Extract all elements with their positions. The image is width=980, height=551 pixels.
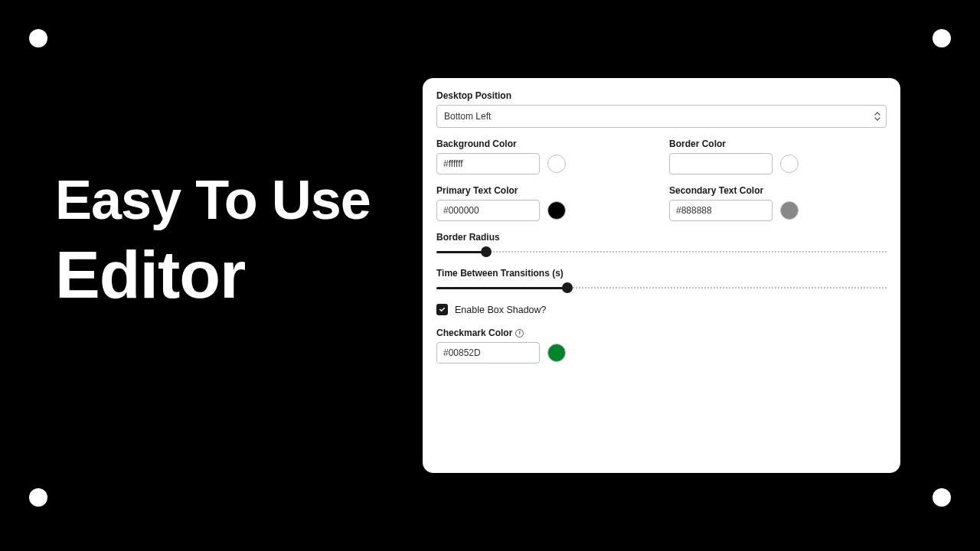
desktop-position-select[interactable]: Bottom Left <box>436 105 887 128</box>
enable-shadow-checkbox[interactable] <box>436 304 448 315</box>
time-between-group: Time Between Transitions (s) <box>436 268 887 293</box>
primary-text-color-input[interactable] <box>436 200 540 221</box>
desktop-position-label: Desktop Position <box>436 90 887 101</box>
background-color-group: Background Color <box>436 139 654 174</box>
border-radius-label: Border Radius <box>436 232 887 243</box>
checkmark-color-label: Checkmark Color i <box>436 328 887 338</box>
primary-text-color-swatch[interactable] <box>547 201 566 220</box>
background-color-label: Background Color <box>436 139 654 149</box>
background-color-swatch[interactable] <box>547 155 566 173</box>
headline: Easy To Use Editor <box>55 172 371 308</box>
border-color-input[interactable] <box>669 153 773 174</box>
desktop-position-group: Desktop Position Bottom Left <box>436 90 887 128</box>
checkmark-color-swatch[interactable] <box>547 344 566 362</box>
headline-line-1: Easy To Use <box>55 172 371 227</box>
decor-dot-bottom-right <box>933 488 951 507</box>
border-radius-slider[interactable] <box>436 246 887 257</box>
enable-shadow-row: Enable Box Shadow? <box>436 304 887 315</box>
checkmark-color-label-text: Checkmark Color <box>436 328 512 338</box>
time-between-label: Time Between Transitions (s) <box>436 268 887 279</box>
color-row-2: Primary Text Color Secondary Text Color <box>436 185 887 221</box>
secondary-text-color-label: Secondary Text Color <box>669 185 887 196</box>
secondary-text-color-swatch[interactable] <box>780 201 799 220</box>
border-color-label: Border Color <box>669 139 887 149</box>
border-color-swatch[interactable] <box>780 155 799 173</box>
border-color-group: Border Color <box>669 139 887 174</box>
enable-shadow-label: Enable Box Shadow? <box>455 305 547 315</box>
secondary-text-color-group: Secondary Text Color <box>669 185 887 221</box>
check-icon <box>439 306 446 313</box>
primary-text-color-group: Primary Text Color <box>436 185 654 221</box>
time-between-slider[interactable] <box>436 282 887 293</box>
headline-line-2: Editor <box>55 241 371 308</box>
info-icon[interactable]: i <box>515 329 524 337</box>
desktop-position-value: Bottom Left <box>444 111 491 122</box>
decor-dot-top-right <box>933 29 951 47</box>
decor-dot-bottom-left <box>29 488 47 507</box>
secondary-text-color-input[interactable] <box>669 200 773 221</box>
background-color-input[interactable] <box>436 153 540 174</box>
color-row-1: Background Color Border Color <box>436 139 887 174</box>
editor-panel: Desktop Position Bottom Left Background … <box>423 78 900 473</box>
checkmark-color-group: Checkmark Color i <box>436 328 887 364</box>
select-caret-icon <box>874 112 880 121</box>
border-radius-group: Border Radius <box>436 232 887 257</box>
checkmark-color-input[interactable] <box>436 342 540 364</box>
primary-text-color-label: Primary Text Color <box>436 185 654 196</box>
decor-dot-top-left <box>29 29 47 47</box>
